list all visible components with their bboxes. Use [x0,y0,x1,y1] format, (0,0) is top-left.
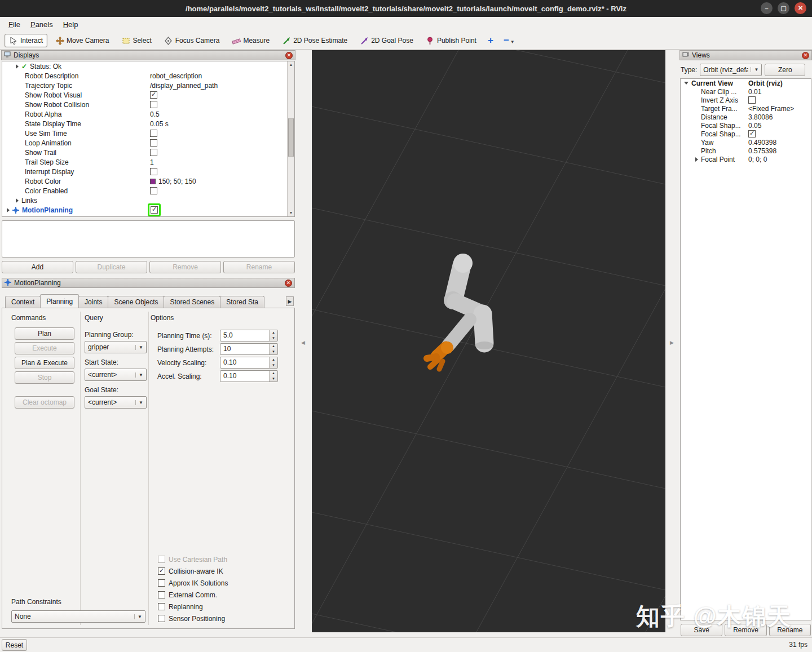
tool-measure[interactable]: Measure [227,34,274,47]
sensor-positioning-checkbox[interactable]: Sensor Positioning [158,614,225,623]
tab-context[interactable]: Context [5,296,41,308]
execute-button[interactable]: Execute [15,342,74,354]
menu-panels[interactable]: Panels [25,19,58,30]
tab-stored-scenes[interactable]: Stored Scenes [164,296,220,308]
plan-and-execute-button[interactable]: Plan & Execute [15,357,74,369]
planning-attempts-spinbox[interactable]: 10 ▲▼ [220,343,278,355]
menu-file[interactable]: File [3,19,25,30]
row-motionplanning[interactable]: MotionPlanning [2,205,294,215]
row-trail-step-size[interactable]: Trail Step Size 1 [2,157,294,167]
checkbox[interactable] [150,91,157,99]
checkbox[interactable] [150,187,157,194]
row-loop-animation[interactable]: Loop Animation [2,138,294,148]
clear-octomap-button[interactable]: Clear octomap [15,396,74,409]
rename-view-button[interactable]: Rename [769,624,811,636]
expand-arrow-icon[interactable] [695,157,698,162]
spin-arrows-icon[interactable]: ▲▼ [269,371,277,382]
remove-view-button[interactable]: Remove [725,624,766,636]
row-robot-color[interactable]: Robot Color 150; 50; 150 [2,176,294,186]
remove-button[interactable]: Remove [149,261,221,273]
row-interrupt-display[interactable]: Interrupt Display [2,167,294,176]
reset-button[interactable]: Reset [2,639,27,651]
collision-aware-ik-checkbox[interactable]: Collision-aware IK [158,566,223,576]
duplicate-button[interactable]: Duplicate [76,261,147,273]
minimize-button[interactable]: – [761,2,773,14]
planning-time-spinbox[interactable]: 5.0 ▲▼ [220,330,278,341]
views-close-icon[interactable]: ✕ [802,52,809,59]
row-focal-point[interactable]: Focal Point 0; 0; 0 [681,155,811,163]
approx-ik-solutions-checkbox[interactable]: Approx IK Solutions [158,578,228,588]
checkbox[interactable] [150,149,157,156]
spin-arrows-icon[interactable]: ▲▼ [269,330,277,341]
accel-scaling-spinbox[interactable]: 0.10 ▲▼ [220,370,278,382]
motionplanning-panel-header[interactable]: MotionPlanning ✕ [2,278,295,288]
rename-button[interactable]: Rename [223,261,295,273]
path-constraints-dropdown[interactable]: None ▼ [11,610,145,623]
3d-viewport[interactable] [312,50,665,632]
planning-group-dropdown[interactable]: gripper ▼ [85,341,147,353]
row-show-trail[interactable]: Show Trail [2,148,294,157]
row-near-clip[interactable]: Near Clip ... 0.01 [681,87,811,96]
row-target-frame[interactable]: Target Fra... <Fixed Frame> [681,104,811,113]
replanning-checkbox[interactable]: Replanning [158,602,203,611]
maximize-button[interactable]: ▢ [778,2,789,14]
tab-scene-objects[interactable]: Scene Objects [108,296,164,308]
menu-help[interactable]: Help [58,19,83,30]
expand-arrow-icon[interactable] [16,198,19,203]
tool-select[interactable]: Select [117,34,156,47]
row-use-sim-time[interactable]: Use Sim Time [2,128,294,138]
tab-planning[interactable]: Planning [40,294,79,308]
row-status[interactable]: ✓ Status: Ok [2,61,294,71]
expand-arrow-icon[interactable] [16,64,19,69]
goal-state-dropdown[interactable]: <current> ▼ [85,396,147,409]
stop-button[interactable]: Stop [15,371,74,384]
checkbox[interactable] [158,567,165,575]
close-button[interactable]: ✕ [795,2,806,14]
checkbox[interactable] [158,603,165,610]
checkbox[interactable] [158,591,165,598]
tool-publish-point[interactable]: Publish Point [421,34,481,47]
collapse-left-icon[interactable]: ◀ [301,340,305,345]
tool-2d-pose-estimate[interactable]: 2D Pose Estimate [277,34,352,47]
checkbox[interactable] [158,579,165,587]
tool-interact[interactable]: Interact [5,34,47,47]
add-button[interactable]: Add [2,261,73,273]
scroll-down-icon[interactable]: ▼ [288,210,294,216]
checkbox[interactable] [150,130,157,137]
checkbox[interactable] [150,139,157,147]
add-tool-button[interactable]: + [484,35,497,46]
save-button[interactable]: Save [681,624,722,636]
tool-focus-camera[interactable]: Focus Camera [160,34,224,47]
row-pitch[interactable]: Pitch 0.575398 [681,147,811,155]
displays-panel-header[interactable]: Displays ✕ [1,50,295,60]
row-focal-shape-size[interactable]: Focal Shap... 0.05 [681,121,811,130]
plan-button[interactable]: Plan [15,327,74,340]
start-state-dropdown[interactable]: <current> ▼ [85,369,147,381]
collapse-arrow-icon[interactable] [684,82,689,85]
row-current-view[interactable]: Current View Orbit (rviz) [681,79,811,87]
use-cartesian-path-checkbox[interactable]: Use Cartesian Path [158,555,227,564]
row-focal-shape-fixed[interactable]: Focal Shap... [681,130,811,138]
tab-scroll-right-icon[interactable]: ▶ [286,296,294,306]
row-distance[interactable]: Distance 3.80086 [681,113,811,121]
row-show-robot-collision[interactable]: Show Robot Collision [2,100,294,109]
scroll-thumb[interactable] [288,118,294,157]
color-swatch[interactable] [150,179,156,184]
zero-button[interactable]: Zero [765,64,805,76]
checkbox[interactable] [748,96,756,104]
tool-move-camera[interactable]: Move Camera [51,34,113,47]
checkbox[interactable] [150,101,157,108]
checkbox[interactable] [150,168,157,175]
checkbox[interactable] [748,130,756,138]
row-robot-alpha[interactable]: Robot Alpha 0.5 [2,109,294,119]
velocity-scaling-spinbox[interactable]: 0.10 ▲▼ [220,357,278,369]
tool-2d-goal-pose[interactable]: 2D Goal Pose [355,34,418,47]
row-color-enabled[interactable]: Color Enabled [2,186,294,196]
row-state-display-time[interactable]: State Display Time 0.05 s [2,119,294,128]
checkbox[interactable] [158,615,165,622]
row-yaw[interactable]: Yaw 0.490398 [681,138,811,147]
spin-arrows-icon[interactable]: ▲▼ [269,357,277,368]
tab-stored-states[interactable]: Stored Sta [220,296,264,308]
collapse-right-icon[interactable]: ▶ [670,340,674,345]
spin-arrows-icon[interactable]: ▲▼ [269,344,277,354]
